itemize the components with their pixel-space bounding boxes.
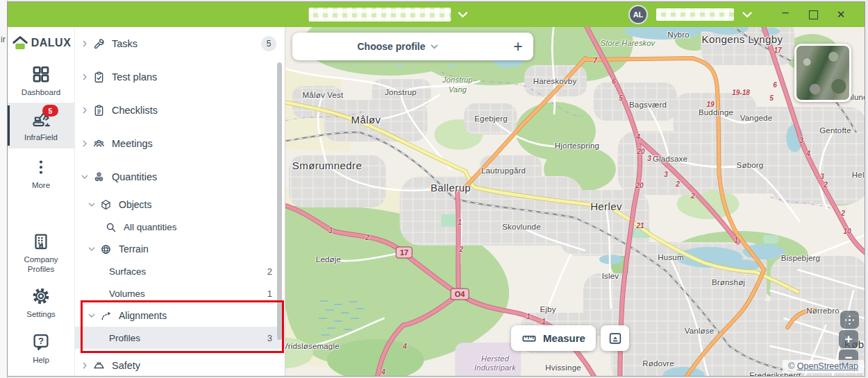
dalux-house-icon	[11, 34, 29, 52]
sidebar-item-infrafield[interactable]: 5InfraField	[8, 103, 74, 148]
pan-button[interactable]	[840, 311, 859, 329]
grid-icon	[31, 64, 51, 85]
project-selector[interactable]	[309, 8, 468, 22]
chevron-down-icon[interactable]	[86, 243, 97, 255]
tree-item-tasks[interactable]: Tasks5	[75, 27, 285, 60]
quant-icon	[92, 171, 106, 184]
sidebar-item-company-profiles[interactable]: Company Profiles	[8, 225, 74, 280]
tree-item-label: Quantities	[112, 171, 157, 182]
chevron-down-icon	[458, 12, 468, 18]
user-menu[interactable]: AL	[628, 5, 752, 24]
tree-item-alignments[interactable]: Alignments	[75, 304, 285, 327]
openstreetmap-link[interactable]: OpenStreetMap	[797, 361, 858, 371]
zoom-in-button[interactable]: +	[839, 330, 858, 348]
sidebar-item-label: More	[32, 180, 50, 190]
excavator-icon: 5	[31, 109, 51, 130]
chevron-right-icon[interactable]	[79, 105, 90, 116]
chevron-down-icon[interactable]	[86, 199, 97, 210]
tree-item-quantities[interactable]: Quantities	[75, 160, 285, 194]
layer-switcher-minimap[interactable]	[794, 44, 851, 102]
close-button[interactable]: ✕	[827, 2, 855, 27]
tree-item-profiles[interactable]: Profiles3	[75, 327, 285, 349]
tree-item-label: All quantities	[124, 222, 177, 232]
measure-label: Measure	[543, 332, 585, 344]
dalux-logo[interactable]: DALUX	[8, 34, 74, 52]
eject-panel-icon	[608, 331, 623, 346]
tree-item-objects[interactable]: Objects	[75, 194, 285, 216]
tree-item-label: Terrain	[119, 243, 149, 255]
chevron-right-icon[interactable]	[79, 138, 90, 149]
choose-profile-label: Choose profile	[357, 41, 425, 52]
sidebar-item-more[interactable]: More	[8, 148, 74, 196]
sidebar-item-label: Settings	[26, 309, 56, 319]
tree-item-label: Volumes	[109, 289, 145, 299]
sidebar-item-dashboard[interactable]: Dashboard	[8, 58, 74, 103]
tree-item-volumes[interactable]: Volumes1	[75, 282, 285, 304]
tree-item-label: Safety	[112, 360, 140, 371]
dots-icon	[31, 157, 51, 178]
nav-tree-panel: Tasks5Test plansChecklistsMeetingsQuanti…	[75, 27, 285, 376]
tree-item-label: Checklists	[112, 105, 158, 116]
tree-item-label: Alignments	[119, 310, 167, 321]
tree-item-safety[interactable]: Safety	[75, 349, 285, 376]
meeting-icon	[92, 137, 106, 151]
measure-button[interactable]: Measure	[511, 325, 596, 351]
tree-item-label: Tasks	[112, 38, 137, 49]
tree-item-meetings[interactable]: Meetings	[75, 127, 285, 160]
tree-item-all-quantities[interactable]: All quantities	[75, 216, 285, 238]
gear-icon	[31, 286, 51, 307]
item-count: 1	[267, 289, 272, 299]
maximize-icon	[809, 10, 818, 19]
module-sidebar: DALUX Dashboard5InfraFieldMore Company P…	[8, 27, 75, 376]
maximize-button[interactable]	[799, 2, 827, 27]
search-icon	[104, 221, 117, 234]
building-icon	[31, 231, 51, 252]
open-panel-button[interactable]	[601, 325, 629, 351]
terrain-icon	[99, 243, 112, 256]
tree-item-label: Meetings	[112, 138, 153, 149]
tree-item-label: Surfaces	[109, 266, 146, 277]
tree-scrollbar[interactable]	[277, 62, 282, 340]
background-text-fragment: ir	[1, 35, 6, 44]
add-profile-button[interactable]: +	[503, 33, 533, 60]
minimize-icon: –	[783, 6, 789, 19]
map-view[interactable]: NybroKongens LyngbyStore HareskovHaresko…	[285, 27, 865, 376]
sidebar-item-help[interactable]: Help	[8, 325, 74, 370]
map-attribution: © OpenStreetMap	[783, 360, 864, 373]
sidebar-item-label: InfraField	[24, 132, 58, 142]
chevron-down-icon	[742, 12, 752, 18]
avatar[interactable]: AL	[628, 5, 648, 24]
cube-icon	[99, 198, 112, 212]
sidebar-item-label: Help	[33, 355, 49, 365]
user-name-redacted	[656, 8, 734, 21]
chevron-right-icon[interactable]	[79, 360, 90, 371]
sidebar-item-label: Dashboard	[22, 87, 60, 97]
tree-item-label: Profiles	[109, 333, 140, 343]
tree-item-label: Objects	[119, 199, 151, 210]
sidebar-item-label: Company Profiles	[24, 255, 58, 275]
chevron-right-icon[interactable]	[79, 71, 90, 83]
chevron-down-icon[interactable]	[86, 310, 97, 321]
map-canvas	[285, 27, 865, 376]
titlebar: AL – ✕	[8, 2, 865, 27]
count-badge: 5	[261, 36, 276, 51]
tree-item-label: Test plans	[112, 71, 157, 83]
close-icon: ✕	[837, 8, 846, 21]
choose-profile-dropdown[interactable]: Choose profile +	[292, 33, 533, 60]
pan-icon	[843, 313, 856, 327]
tree-item-test-plans[interactable]: Test plans	[75, 60, 285, 94]
item-count: 2	[267, 266, 272, 277]
notification-badge: 5	[42, 105, 58, 117]
chevron-right-icon[interactable]	[79, 38, 90, 49]
chevron-down-icon[interactable]	[79, 171, 90, 182]
tree-item-checklists[interactable]: Checklists	[75, 94, 285, 127]
minimize-button[interactable]: –	[771, 2, 799, 27]
dalux-logo-text: DALUX	[31, 37, 72, 49]
tree-item-surfaces[interactable]: Surfaces2	[75, 260, 285, 282]
sidebar-item-settings[interactable]: Settings	[8, 280, 74, 325]
wrench-icon	[92, 37, 106, 51]
item-count: 3	[267, 333, 272, 343]
checklist-icon	[92, 104, 106, 117]
tree-item-terrain[interactable]: Terrain	[75, 238, 285, 260]
help-icon	[31, 332, 51, 352]
